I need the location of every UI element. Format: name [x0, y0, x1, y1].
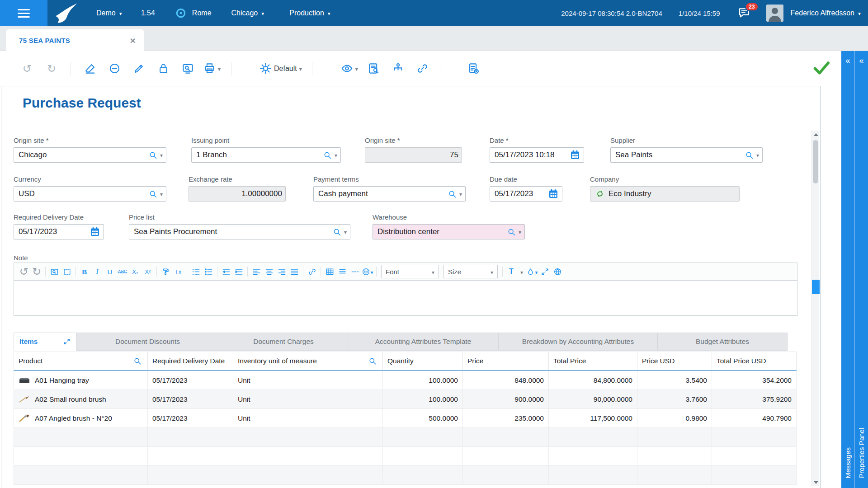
header-inventory-unit[interactable]: Inventory unit of measure: [233, 352, 383, 371]
insert-line-icon[interactable]: [349, 265, 361, 278]
price-usd-cell[interactable]: 3.5400: [637, 371, 712, 390]
table-row-empty[interactable]: [14, 466, 797, 485]
product-cell[interactable]: A02 Small round brush: [14, 390, 148, 409]
undo-icon[interactable]: [18, 265, 30, 278]
due-date-input[interactable]: [495, 189, 548, 198]
total-price-usd-cell[interactable]: 375.9200: [712, 390, 797, 409]
total-price-cell[interactable]: 84,800.0000: [549, 371, 637, 390]
search-form-button[interactable]: [179, 59, 197, 79]
warehouse-input[interactable]: [377, 227, 507, 236]
unit-cell[interactable]: Unit: [233, 409, 383, 428]
bullet-list-icon[interactable]: [202, 265, 215, 278]
link-button[interactable]: [414, 59, 432, 79]
underline-icon[interactable]: [104, 265, 116, 278]
chevron-down-icon[interactable]: [160, 190, 163, 198]
vertical-scrollbar[interactable]: [811, 131, 819, 486]
chevron-down-icon[interactable]: [355, 65, 358, 73]
clear-note-button[interactable]: [465, 59, 483, 79]
total-price-cell[interactable]: 117,500.0000: [549, 409, 637, 428]
preview-icon[interactable]: [48, 265, 61, 278]
lock-button[interactable]: [154, 59, 172, 79]
select-all-icon[interactable]: [61, 265, 73, 278]
payment-terms-input[interactable]: [318, 189, 448, 198]
insert-link-icon[interactable]: [306, 265, 318, 278]
scrollbar-thumb[interactable]: [813, 140, 818, 183]
align-left-icon[interactable]: [250, 265, 263, 278]
chevron-down-icon[interactable]: [518, 265, 526, 278]
price-cell[interactable]: 235.0000: [463, 409, 549, 428]
approve-button[interactable]: [812, 59, 830, 79]
outdent-icon[interactable]: [220, 265, 232, 278]
font-size-select[interactable]: Size: [443, 265, 498, 278]
avatar[interactable]: [766, 5, 783, 22]
price-cell[interactable]: 900.0000: [463, 390, 549, 409]
quantity-cell[interactable]: 100.0000: [383, 390, 463, 409]
empty-cell[interactable]: [14, 428, 148, 447]
chevron-down-icon[interactable]: [218, 65, 221, 73]
tab-document-charges[interactable]: Document Charges: [219, 333, 348, 351]
close-icon[interactable]: [128, 35, 137, 46]
tab-document-discounts[interactable]: Document Discounts: [76, 333, 219, 351]
total-price-cell[interactable]: 90,000.0000: [549, 390, 637, 409]
chevron-down-icon[interactable]: [519, 228, 521, 236]
remove-record-button[interactable]: [105, 59, 123, 79]
scroll-up-icon[interactable]: [812, 131, 820, 138]
app-logo-bird-icon[interactable]: [55, 4, 78, 22]
price-cell[interactable]: 848.0000: [463, 371, 549, 390]
chevron-down-icon[interactable]: [756, 151, 759, 159]
search-icon[interactable]: [323, 150, 332, 160]
table-row[interactable]: A07 Angled brush - N°20 05/17/2023 Unit …: [14, 409, 797, 428]
chevron-down-icon[interactable]: [344, 228, 347, 236]
chevron-down-icon[interactable]: [459, 190, 462, 198]
subscript-icon[interactable]: [129, 265, 142, 278]
table-row-empty[interactable]: [14, 447, 797, 466]
ordered-list-icon[interactable]: [189, 265, 202, 278]
document-tab[interactable]: 75 SEA PAINTS: [6, 29, 144, 51]
env-selector[interactable]: Demo: [96, 9, 122, 17]
table-row[interactable]: A01 Hanging tray 05/17/2023 Unit 100.000…: [14, 371, 797, 390]
edit-design-button[interactable]: [130, 59, 148, 79]
user-menu[interactable]: Federico Alfredsson: [791, 9, 861, 17]
properties-panel-tab[interactable]: Properties Panel: [854, 51, 868, 488]
exchange-rate-input[interactable]: [193, 189, 282, 198]
search-icon[interactable]: [332, 227, 342, 237]
print-button[interactable]: [203, 59, 221, 79]
currency-input[interactable]: [19, 189, 148, 198]
supplier-input[interactable]: [615, 150, 745, 160]
header-price[interactable]: Price: [463, 352, 549, 371]
redo-icon[interactable]: [30, 265, 43, 278]
header-price-usd[interactable]: Price USD: [637, 352, 712, 371]
search-icon[interactable]: [133, 357, 142, 366]
price-usd-cell[interactable]: 0.9800: [637, 409, 712, 428]
hierarchy-button[interactable]: [389, 59, 407, 79]
target-icon[interactable]: [175, 7, 187, 19]
record-details-button[interactable]: [365, 59, 383, 79]
header-total-price-usd[interactable]: Total Price USD: [712, 352, 797, 371]
tab-items[interactable]: Items: [14, 333, 76, 351]
horizontal-rule-icon[interactable]: [336, 265, 349, 278]
tab-budget-attributes[interactable]: Budget Attributes: [658, 333, 788, 351]
align-right-icon[interactable]: [275, 265, 288, 278]
emoji-icon[interactable]: [361, 265, 374, 278]
note-input[interactable]: [14, 280, 797, 316]
total-price-usd-cell[interactable]: 354.2000: [712, 371, 797, 390]
delivery-date-cell[interactable]: 05/17/2023: [148, 390, 233, 409]
site-selector[interactable]: Chicago: [231, 9, 264, 17]
origin-site-input[interactable]: [19, 150, 148, 160]
format-painter-icon[interactable]: [159, 265, 172, 278]
table-row[interactable]: A02 Small round brush 05/17/2023 Unit 10…: [14, 390, 797, 409]
italic-icon[interactable]: [91, 265, 104, 278]
company-input[interactable]: [609, 189, 736, 198]
search-icon[interactable]: [368, 357, 377, 366]
header-quantity[interactable]: Quantity: [383, 352, 463, 371]
unit-cell[interactable]: Unit: [233, 371, 383, 390]
delivery-date-cell[interactable]: 05/17/2023: [148, 409, 233, 428]
price-list-input[interactable]: [134, 227, 332, 236]
product-cell[interactable]: A01 Hanging tray: [14, 371, 148, 390]
empty-cell[interactable]: [14, 466, 148, 485]
issuing-point-input[interactable]: [196, 150, 323, 160]
search-icon[interactable]: [745, 150, 754, 160]
redo-button[interactable]: [42, 59, 61, 79]
total-price-usd-cell[interactable]: 490.7900: [712, 409, 797, 428]
table-row-empty[interactable]: [14, 428, 797, 447]
